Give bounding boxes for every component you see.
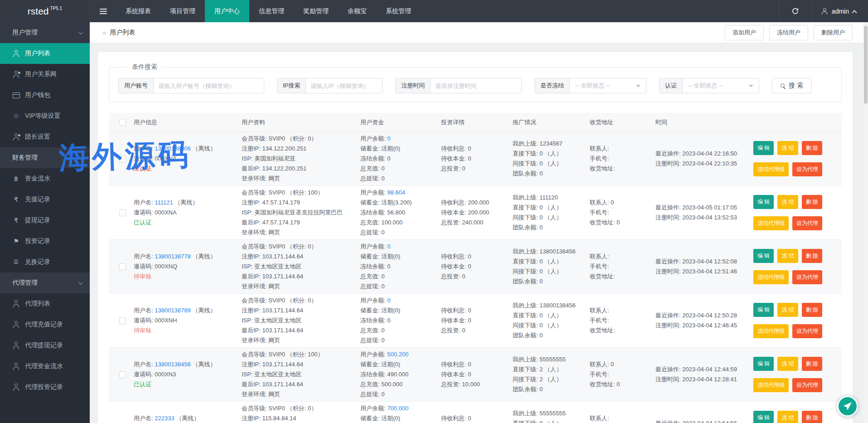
menu-toggle-icon[interactable] [90, 0, 116, 22]
nav-item[interactable]: 系统报表 [116, 0, 160, 22]
table-row: 用户名: 222333 （离线） 邀请码: 000XNG 已认证 会员等级: S… [109, 402, 842, 423]
verify-status: 未认证 [134, 164, 236, 174]
sidebar-item[interactable]: 投资记录 [0, 231, 90, 252]
balance-link[interactable]: 0 [387, 243, 390, 250]
sidebar-group-agent[interactable]: 代理管理 [0, 272, 90, 293]
set-agent-button[interactable]: 设为代理 [792, 216, 822, 230]
set-agent-button[interactable]: 设为代理 [792, 270, 822, 284]
username-link[interactable]: 222333 [155, 415, 174, 422]
sidebar-group-finance[interactable]: 财务管理 [0, 147, 90, 168]
row-checkbox[interactable] [119, 263, 126, 270]
nav-item[interactable]: 系统管理 [376, 0, 421, 22]
sidebar-item[interactable]: 资金流水 [0, 168, 90, 189]
user-icon [12, 363, 20, 370]
table-row: 用户名: 13800138778 （离线） 邀请码: 000XNQ 待审核 会员… [109, 240, 842, 294]
freeze-button[interactable]: 冻 结 [777, 195, 798, 209]
row-checkbox[interactable] [119, 371, 126, 378]
set-agent-button[interactable]: 设为代理 [792, 324, 822, 338]
sidebar-item[interactable]: 团长设置 [0, 126, 90, 147]
edit-button[interactable]: 编 辑 [753, 249, 774, 263]
set-agent-button[interactable]: 设为代理 [792, 162, 822, 176]
sidebar-group-user[interactable]: 用户管理 [0, 22, 90, 43]
row-checkbox[interactable] [119, 317, 126, 324]
balance-link[interactable]: 98.604 [387, 189, 405, 196]
nav-item[interactable]: 奖励管理 [294, 0, 338, 22]
admin-menu[interactable]: admin [811, 0, 868, 22]
sidebar-item[interactable]: 用户关系网 [0, 64, 90, 85]
freeze-agent-line-button[interactable]: 冻结代理线 [753, 378, 789, 392]
sidebar-item[interactable]: 用户列表 [0, 43, 90, 64]
sidebar-item[interactable]: 代理列表 [0, 293, 90, 314]
delete-button[interactable]: 删 除 [802, 195, 822, 209]
freeze-button[interactable]: 冻 结 [777, 357, 798, 371]
select-all-checkbox[interactable] [119, 119, 126, 126]
edit-button[interactable]: 编 辑 [753, 303, 774, 317]
breadcrumb-icon: » [102, 29, 106, 36]
sidebar-item[interactable]: 代理投资记录 [0, 377, 90, 398]
verify-select[interactable]: -- 全部状态 -- [683, 78, 759, 93]
username-link[interactable]: 13800138778 [155, 253, 191, 260]
username-link[interactable]: 13800138006 [155, 145, 191, 152]
ip-input[interactable] [306, 78, 382, 93]
delete-button[interactable]: 删 除 [802, 357, 822, 371]
service-float-button[interactable] [837, 396, 858, 417]
ip-filter: IP搜索 [277, 78, 383, 93]
delete-button[interactable]: 删 除 [802, 141, 822, 155]
balance-link[interactable]: 500.200 [387, 351, 408, 358]
refresh-icon[interactable] [779, 0, 811, 22]
edit-button[interactable]: 编 辑 [753, 411, 774, 423]
sidebar-item[interactable]: VIP等级设置 [0, 106, 90, 126]
freeze-agent-line-button[interactable]: 冻结代理线 [753, 216, 789, 230]
set-agent-button[interactable]: 设为代理 [792, 378, 822, 392]
edit-button[interactable]: 编 辑 [753, 195, 774, 209]
sidebar-item[interactable]: 兑换记录 [0, 252, 90, 272]
sidebar-item[interactable]: 代理资金流水 [0, 356, 90, 377]
row-checkbox[interactable] [119, 156, 126, 162]
sidebar-item[interactable]: 代理充值记录 [0, 314, 90, 335]
user-icon [12, 50, 20, 57]
balance-link[interactable]: 0 [387, 297, 390, 304]
search-button[interactable]: 搜 索 [772, 78, 812, 93]
freeze-button[interactable]: 冻 结 [777, 303, 798, 317]
freeze-agent-line-button[interactable]: 冻结代理线 [753, 324, 789, 338]
page-action-button[interactable]: 冻结用户 [769, 25, 808, 40]
verify-status: 待审核 [134, 272, 236, 282]
user-icon [12, 384, 20, 391]
delete-button[interactable]: 删 除 [802, 303, 822, 317]
sidebar-item[interactable]: 代理提现记录 [0, 335, 90, 356]
page-action-button[interactable]: 删除用户 [814, 25, 853, 40]
freeze-button[interactable]: 冻 结 [777, 411, 798, 423]
freeze-select[interactable]: -- 全部状态 -- [570, 78, 646, 93]
balance-link[interactable]: 0 [387, 135, 390, 142]
nav-item[interactable]: 用户中心 [205, 0, 249, 22]
regtime-input[interactable] [431, 78, 521, 93]
col-address: 收货地址 [590, 117, 655, 127]
member-level: 会员等级: SVIP0 （积分: 0） [242, 242, 355, 252]
delete-button[interactable]: 删 除 [802, 249, 822, 263]
page-action-button[interactable]: 添加用户 [725, 25, 764, 40]
sidebar-item[interactable]: 提现记录 [0, 210, 90, 231]
sidebar-item[interactable]: 用户钱包 [0, 85, 90, 106]
username-link[interactable]: 13800138789 [155, 307, 191, 314]
select-caret-icon [636, 85, 640, 90]
online-state: （离线） [191, 307, 216, 314]
freeze-button[interactable]: 冻 结 [777, 249, 798, 263]
freeze-button[interactable]: 冻 结 [777, 141, 798, 155]
balance-link[interactable]: 700.000 [387, 405, 408, 412]
edit-button[interactable]: 编 辑 [753, 357, 774, 371]
account-input[interactable] [154, 78, 264, 93]
sidebar-item[interactable]: 充值记录 [0, 189, 90, 210]
scrollbar-thumb[interactable] [864, 26, 868, 104]
nav-item[interactable]: 信息管理 [249, 0, 294, 22]
edit-button[interactable]: 编 辑 [753, 141, 774, 155]
freeze-agent-line-button[interactable]: 冻结代理线 [753, 270, 789, 284]
search-panel: 条件搜索 用户账号 IP搜索 注册时间 是否冻结 [109, 63, 842, 102]
username-link[interactable]: 13800138456 [155, 361, 191, 368]
freeze-agent-line-button[interactable]: 冻结代理线 [753, 162, 789, 176]
nav-item[interactable]: 项目管理 [160, 0, 205, 22]
nav-item[interactable]: 余额宝 [338, 0, 376, 22]
username-link[interactable]: 111121 [155, 199, 173, 206]
delete-button[interactable]: 删 除 [802, 411, 822, 423]
rupee-icon [12, 196, 20, 203]
row-checkbox[interactable] [119, 209, 126, 216]
